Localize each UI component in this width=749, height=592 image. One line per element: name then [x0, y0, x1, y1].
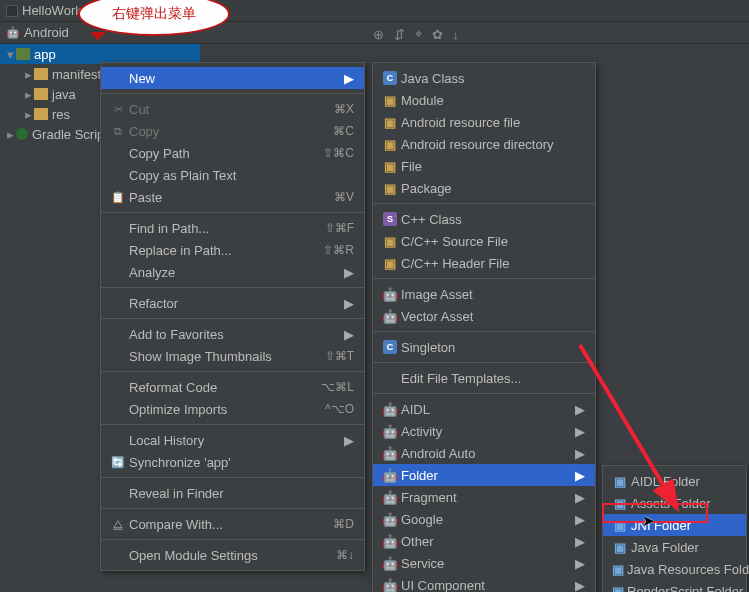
menu-item[interactable]: Find in Path...⇧⌘F [101, 217, 364, 239]
submenu-arrow-icon: ▶ [575, 446, 585, 461]
menu-item[interactable]: ▣AIDL Folder [603, 470, 746, 492]
menu-item-label: Find in Path... [129, 221, 301, 236]
menu-shortcut: ⌘D [333, 517, 354, 531]
menu-item[interactable]: ▣C/C++ Header File [373, 252, 595, 274]
menu-item[interactable]: 🤖Vector Asset [373, 305, 595, 327]
toolbar-collapse-icon[interactable]: ↓ [453, 27, 460, 42]
android-icon: 🤖 [381, 534, 399, 548]
folder-icon: ▣ [611, 496, 629, 510]
menu-item[interactable]: Optimize Imports^⌥O [101, 398, 364, 420]
menu-item-label: C/C++ Source File [401, 234, 585, 249]
menu-item[interactable]: Replace in Path...⇧⌘R [101, 239, 364, 261]
menu-shortcut: ⇧⌘C [323, 146, 354, 160]
menu-item[interactable]: 🤖Activity▶ [373, 420, 595, 442]
menu-icon: ⧉ [109, 125, 127, 138]
folder-icon: ▣ [611, 474, 629, 488]
menu-item[interactable]: ▣Java Folder [603, 536, 746, 558]
menu-item[interactable]: Show Image Thumbnails⇧⌘T [101, 345, 364, 367]
menu-item-label: Synchronize 'app' [129, 455, 354, 470]
menu-item-label: Vector Asset [401, 309, 585, 324]
disclosure-icon[interactable] [4, 127, 16, 142]
file-icon: ▣ [381, 115, 399, 129]
menu-separator [373, 203, 595, 204]
menu-icon: ⧋ [109, 518, 127, 531]
menu-separator [373, 331, 595, 332]
class-icon: C [381, 71, 399, 85]
file-icon: ▣ [381, 181, 399, 195]
menu-item: ⧉Copy⌘C [101, 120, 364, 142]
menu-item[interactable]: 🤖Android Auto▶ [373, 442, 595, 464]
menu-item[interactable]: Reveal in Finder [101, 482, 364, 504]
menu-item[interactable]: ▣Package [373, 177, 595, 199]
menu-item[interactable]: ▣C/C++ Source File [373, 230, 595, 252]
menu-item[interactable]: Copy Path⇧⌘C [101, 142, 364, 164]
menu-item[interactable]: ▣Module [373, 89, 595, 111]
menu-item-label: Singleton [401, 340, 585, 355]
menu-item[interactable]: SC++ Class [373, 208, 595, 230]
submenu-arrow-icon: ▶ [344, 265, 354, 280]
menu-item[interactable]: ▣RenderScript Folder [603, 580, 746, 592]
menu-item[interactable]: 🤖Google▶ [373, 508, 595, 530]
menu-item[interactable]: Copy as Plain Text [101, 164, 364, 186]
toolbar-gear-icon[interactable]: ✿ [432, 27, 443, 42]
android-icon: 🤖 [381, 424, 399, 438]
menu-item-label: Folder [401, 468, 557, 483]
android-icon: 🤖 [381, 446, 399, 460]
menu-separator [101, 287, 364, 288]
menu-item[interactable]: 🔄Synchronize 'app' [101, 451, 364, 473]
menu-item[interactable]: Open Module Settings⌘↓ [101, 544, 364, 566]
disclosure-icon[interactable] [22, 107, 34, 122]
toolbar-icon[interactable]: ⊕ [373, 27, 384, 42]
disclosure-icon[interactable] [22, 87, 34, 102]
android-icon: 🤖 [6, 26, 20, 39]
submenu-arrow-icon: ▶ [575, 512, 585, 527]
menu-item[interactable]: 🤖Folder▶ [373, 464, 595, 486]
menu-item-label: Image Asset [401, 287, 585, 302]
menu-item[interactable]: 🤖Fragment▶ [373, 486, 595, 508]
menu-item[interactable]: ⧋Compare With...⌘D [101, 513, 364, 535]
menu-item[interactable]: 🤖UI Component▶ [373, 574, 595, 592]
tree-label: app [34, 47, 56, 62]
menu-item[interactable]: 🤖Other▶ [373, 530, 595, 552]
folder-icon: ▣ [611, 562, 625, 576]
menu-item[interactable]: Local History▶ [101, 429, 364, 451]
menu-item[interactable]: 📋Paste⌘V [101, 186, 364, 208]
folder-icon: ▣ [611, 584, 625, 592]
menu-item[interactable]: ▣Java Resources Folder [603, 558, 746, 580]
toolbar-icon[interactable]: ⇵ [394, 27, 405, 42]
menu-item[interactable]: 🤖Image Asset [373, 283, 595, 305]
menu-item[interactable]: ▣Assets Folder [603, 492, 746, 514]
menu-item-label: Compare With... [129, 517, 309, 532]
menu-separator [101, 539, 364, 540]
menu-item-label: Module [401, 93, 585, 108]
tree-label: res [52, 107, 70, 122]
menu-item[interactable]: 🤖AIDL▶ [373, 398, 595, 420]
menu-item-label: JNI Folder [631, 518, 736, 533]
menu-item[interactable]: Refactor▶ [101, 292, 364, 314]
menu-item[interactable]: CJava Class [373, 67, 595, 89]
menu-item-label: Edit File Templates... [401, 371, 585, 386]
disclosure-icon[interactable] [22, 67, 34, 82]
menu-separator [101, 477, 364, 478]
view-mode-label[interactable]: Android [24, 25, 69, 40]
android-icon: 🤖 [381, 512, 399, 526]
menu-item[interactable]: ▣Android resource file [373, 111, 595, 133]
menu-item-label: Android resource directory [401, 137, 585, 152]
menu-item[interactable]: ▣JNI Folder [603, 514, 746, 536]
menu-item-label: Other [401, 534, 557, 549]
menu-item[interactable]: New▶ [101, 67, 364, 89]
menu-item[interactable]: Analyze▶ [101, 261, 364, 283]
toolbar-icon[interactable]: ⌖ [415, 26, 422, 42]
menu-item[interactable]: Add to Favorites▶ [101, 323, 364, 345]
menu-item[interactable]: CSingleton [373, 336, 595, 358]
menu-item[interactable]: ▣Android resource directory [373, 133, 595, 155]
menu-item[interactable]: Reformat Code⌥⌘L [101, 376, 364, 398]
android-icon: 🤖 [381, 556, 399, 570]
menu-item[interactable]: 🤖Service▶ [373, 552, 595, 574]
menu-item[interactable]: ▣File [373, 155, 595, 177]
menu-item-label: AIDL Folder [631, 474, 736, 489]
menu-separator [101, 93, 364, 94]
project-icon [6, 5, 18, 17]
disclosure-icon[interactable] [4, 47, 16, 62]
menu-item[interactable]: Edit File Templates... [373, 367, 595, 389]
